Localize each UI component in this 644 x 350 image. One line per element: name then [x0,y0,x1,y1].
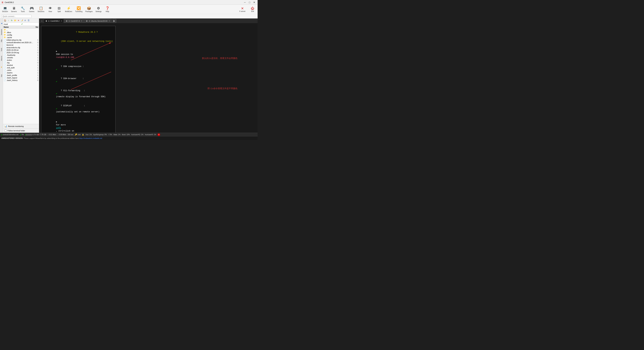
file-list[interactable]: 📁..📁.dbus📁.config📁.cache📄initial-setup-k… [3,29,39,124]
list-item[interactable]: 📄.tcshrc1 [3,59,39,61]
file-name: centos8.ittimeline.net-2020-10-0... [6,42,33,44]
follow-terminal-label[interactable]: Follow terminal folder [8,130,25,132]
list-item[interactable]: 📄2020-10-04.log0 [3,51,39,54]
file-icon: 📄 [4,62,6,64]
file-icon: 📁 [4,29,6,31]
fp-filter-btn[interactable]: Α [24,19,27,22]
file-icon: 📁 [4,31,6,33]
tab-centos7[interactable]: 🖥 3. CentOS7.8 ✕ [64,19,84,23]
list-item[interactable]: 📁.. [3,29,39,31]
toolbar-help-btn[interactable]: ❓Help [103,5,112,14]
xserver-button[interactable]: ✕ X server [238,6,247,13]
list-item[interactable]: 📁.cache [3,36,39,39]
list-item[interactable]: 📄.log0 [3,61,39,64]
sidebar-sftp-label[interactable]: Sftp [0,37,3,45]
sb-close-btn[interactable]: ✕ [158,133,160,136]
maximize-button[interactable]: □ [248,1,252,4]
file-path-bar: /root/ ✔ [3,23,39,26]
list-item[interactable]: 📄anaconda-ks.cfg1 [3,46,39,49]
toolbar-packages-btn[interactable]: 📦Packages [84,5,94,14]
list-item[interactable]: 📁.dbus [3,31,39,34]
toolbar-split-btn[interactable]: ⊟Split [55,5,64,14]
file-icon: 📁 [4,34,6,36]
list-item[interactable]: 📄centos8.ittimeline.net-2020-10-0...0 [3,41,39,44]
unreg-link[interactable]: https://mobaxterm.mobatek.net [79,137,102,139]
toolbar-settings-btn[interactable]: ⚙Settings [94,5,103,14]
fp-edit-btn[interactable]: 📝 [20,19,23,22]
tab-scroll-btn[interactable]: ▶ [112,19,116,23]
toolbar-tunneling-btn[interactable]: 🔀Tunneling [74,5,84,14]
file-list-header: Name Siz [3,26,39,29]
follow-terminal-bar: Follow terminal folder [3,128,39,133]
sidebar-snp-btn[interactable]: ● [0,63,3,71]
tab-centos82-close[interactable]: ✕ [60,20,62,22]
minimize-button[interactable]: ─ [243,1,247,4]
toolbar-view-btn[interactable]: 👁View [46,5,55,14]
toolbar-split-label: Split [58,11,61,13]
list-item[interactable]: 📄.bash_history0 [3,79,39,81]
toolbar-sessions-icon: 📋 [39,6,43,10]
toolbar-servers-btn[interactable]: 🖥Servers [10,5,18,14]
toolbar-view-icon: 👁 [49,6,52,10]
quick-connect-input[interactable] [1,15,32,18]
fp-refresh-btn[interactable]: ↻ [10,19,13,22]
tab-centos7-icon: 🖥 [66,20,68,22]
list-item[interactable]: 📄.esd_auth1 [3,66,39,69]
list-item[interactable]: 📄.bash_profile1 [3,74,39,76]
tab-home-btn[interactable]: ⌂ [40,19,44,23]
sidebar-snp-label[interactable]: Snp [0,72,3,80]
fp-sort-btn[interactable]: ☰ [27,19,30,22]
terminal-content[interactable]: ? MobaXterm 20.3 ? (SSH client, X-server… [39,23,258,133]
sidebar-sessions-btn[interactable]: ◀ [0,19,3,28]
sidebar-sessions-label[interactable]: Sessions [0,28,3,36]
sidebar-tools-label[interactable]: Tools [0,45,3,54]
list-item[interactable]: 📄.lesshst1 [3,64,39,66]
file-icon: 📄 [4,54,6,56]
annotation1: 默认的ls是别名，查看文件会带颜色 [202,57,238,60]
file-icon: 📄 [4,39,6,41]
file-size: 1 [33,69,38,71]
toolbar-sessions-btn[interactable]: 📋Sessions [36,5,46,14]
file-name: .config [6,34,33,36]
info-help-link[interactable]: info [56,127,61,129]
fp-new-folder-btn[interactable]: 📁 [14,19,16,22]
sidebar-macros-label[interactable]: Macros [0,54,3,63]
file-icon: 📄 [4,44,6,46]
list-item[interactable]: 📄.viminfo1 [3,56,39,59]
list-item[interactable]: 📁.config [3,34,39,36]
tab-centos7-close[interactable]: ✕ [81,20,82,22]
annotation2: 而\ls命令查看文件是不带颜色 [208,87,238,90]
tab-ubuntu[interactable]: 🖥 4. Ubuntu-Server20.04 ✕ [84,19,112,23]
file-path-text: /root/ [4,23,21,25]
toolbar-multiexec-btn[interactable]: ⚡MultiExec [64,5,74,14]
fp-delete-btn[interactable]: ✕ [17,19,20,22]
fp-home-btn[interactable]: 🏠 [4,19,6,22]
tab-centos82[interactable]: 🖥 2. CentOS8.2 ✕ [44,19,64,23]
file-name: .bash_logout [6,77,33,79]
file-icon: 📄 [4,79,6,81]
list-item[interactable]: 📄initial-setup-ks.cfg1 [3,39,39,41]
follow-terminal-checkbox[interactable] [4,129,6,132]
list-item[interactable]: 📄block.txt1 [3,44,39,46]
sb-network-pct: 0% [22,134,24,135]
tab-ubuntu-close[interactable]: ✕ [108,20,110,22]
toolbar-games-btn[interactable]: 🎮Games [27,5,36,14]
close-button[interactable]: ✕ [252,1,256,4]
list-item[interactable]: 📄.cshrc1 [3,69,39,71]
sb-lock-icon: 🔒 [82,133,84,136]
sb-boot-text: /boot: 10% [122,134,130,135]
list-item[interactable]: 📄.bashrc1 [3,71,39,74]
info-display-text: (automatically set on remote server) [56,111,100,113]
exit-button[interactable]: ⏻ Exit [248,6,257,13]
toolbar-view-label: View [48,11,52,13]
list-item[interactable]: 📄.Xauthority1 [3,54,39,56]
toolbar-tools-btn[interactable]: 🔧Tools [18,5,27,14]
sb-network-in: ● 0% [20,133,24,136]
file-name: initial-setup-ks.cfg [6,39,33,41]
file-name: .bash_profile [6,74,33,76]
toolbar-session-btn[interactable]: 💻Session [1,5,10,14]
list-item[interactable]: 📄2020-10-05.txt1 [3,49,39,51]
fp-up-btn[interactable]: ↑ [7,19,10,22]
list-item[interactable]: 📄.bash_logout1 [3,76,39,79]
toolbar-tunneling-label: Tunneling [75,11,82,13]
